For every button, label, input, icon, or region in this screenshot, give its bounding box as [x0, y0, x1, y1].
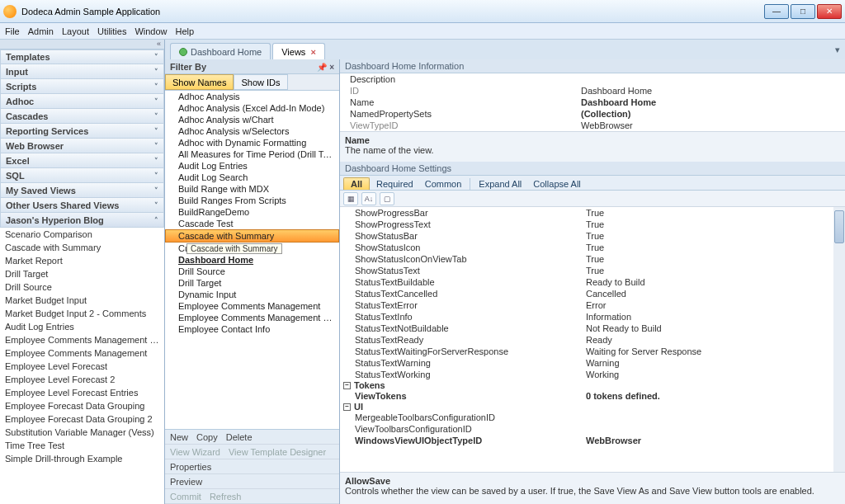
list-item[interactable]: All Measures for Time Period (Drill Targ… [165, 148, 339, 160]
list-item[interactable]: Drill Source [0, 280, 164, 294]
property-row[interactable]: ShowStatusBarTrue [340, 230, 845, 242]
close-panel-icon[interactable]: × [329, 63, 334, 72]
list-item[interactable]: Cascade with Summary [0, 241, 164, 254]
scroll-thumb[interactable] [834, 210, 844, 243]
accordion-item[interactable]: Web Browser˅ [0, 139, 164, 153]
property-row[interactable]: ShowProgressBarTrue [340, 207, 845, 219]
list-item[interactable]: BuildRangeDemo [165, 206, 339, 218]
list-item[interactable]: Employee Contact Info [165, 323, 339, 335]
property-row[interactable]: ViewToolbarsConfigurationID [340, 423, 845, 435]
list-item[interactable]: Adhoc Analysis (Excel Add-In Mode) [165, 102, 339, 114]
cmd-delete[interactable]: Delete [226, 432, 253, 442]
list-item[interactable]: Employee Comments Management [165, 300, 339, 312]
accordion-item[interactable]: Input˅ [0, 64, 164, 79]
tab-dashboard-home[interactable]: Dashboard Home [170, 43, 271, 59]
info-row[interactable]: NamedPropertySets(Collection) [340, 108, 845, 120]
list-item[interactable]: Cascade Test [165, 218, 339, 229]
list-item-current[interactable]: Dashboard Home [165, 254, 339, 266]
cmd-view-wizard[interactable]: View Wizard [170, 447, 220, 457]
list-item[interactable]: Simple Drill-through Example [0, 452, 164, 465]
settings-expand-all[interactable]: Expand All [474, 178, 526, 190]
close-tab-icon[interactable]: × [310, 47, 315, 57]
list-item[interactable]: Build Range with MDX [165, 183, 339, 195]
property-row[interactable]: StatusTextWaitingForServerResponseWaitin… [340, 346, 845, 357]
property-row[interactable]: StatusTextWarningWarning [340, 357, 845, 369]
list-item[interactable]: CustCascade with Summaryn (Advent... [165, 243, 339, 254]
list-item[interactable]: Adhoc with Dynamic Formatting [165, 137, 339, 148]
list-item[interactable]: Market Report [0, 254, 164, 267]
list-item[interactable]: Employee Comments Management (Es... [0, 333, 164, 346]
property-row[interactable]: StatusTextNotBuildableNot Ready to Build [340, 323, 845, 334]
menu-window[interactable]: Window [135, 26, 167, 36]
menu-admin[interactable]: Admin [28, 26, 54, 36]
list-item[interactable]: Employee Forecast Data Grouping 2 [0, 412, 164, 426]
cmd-view-template-designer[interactable]: View Template Designer [229, 447, 326, 457]
accordion-item[interactable]: Cascades˅ [0, 109, 164, 124]
list-item[interactable]: Audit Log Search [165, 172, 339, 183]
property-row[interactable]: ShowStatusIconTrue [340, 242, 845, 253]
property-row[interactable]: StatusTextErrorError [340, 299, 845, 311]
list-item[interactable]: Drill Source [165, 266, 339, 277]
collapse-icon[interactable]: − [343, 382, 351, 389]
accordion-item[interactable]: SQL˅ [0, 168, 164, 183]
accordion-item[interactable]: Reporting Services˅ [0, 124, 164, 139]
menu-file[interactable]: File [5, 26, 20, 36]
accordion-item[interactable]: Excel˅ [0, 153, 164, 168]
settings-collapse-all[interactable]: Collapse All [528, 178, 585, 190]
info-row[interactable]: IDDashboard Home [340, 85, 845, 97]
settings-tab-all[interactable]: All [343, 177, 370, 190]
info-row[interactable]: Description [340, 73, 845, 85]
list-item[interactable]: Market Budget Input 2 - Comments [0, 307, 164, 320]
settings-tab-required[interactable]: Required [371, 178, 418, 190]
list-item[interactable]: Adhoc Analysis [165, 91, 339, 102]
property-category[interactable]: −UI [340, 402, 845, 412]
accordion-item[interactable]: Scripts˅ [0, 79, 164, 94]
accordion-item[interactable]: Adhoc˅ [0, 94, 164, 109]
cmd-copy[interactable]: Copy [196, 432, 218, 442]
cmd-properties[interactable]: Properties [170, 462, 211, 472]
list-item[interactable]: Employee Level Forecast 2 [0, 373, 164, 386]
cmd-commit[interactable]: Commit [170, 492, 201, 502]
minimize-button[interactable]: — [764, 4, 789, 19]
property-row[interactable]: MergeableToolbarsConfigurationID [340, 412, 845, 423]
list-item[interactable]: Time Tree Test [0, 439, 164, 452]
list-item[interactable]: Audit Log Entries [0, 320, 164, 333]
accordion-item[interactable]: Other Users Shared Views˅ [0, 198, 164, 213]
list-item-selected[interactable]: Cascade with Summary [165, 229, 339, 243]
categorize-icon[interactable]: ▦ [343, 192, 358, 205]
property-row[interactable]: ShowProgressTextTrue [340, 219, 845, 230]
property-row[interactable]: StatusTextBuildableReady to Build [340, 276, 845, 288]
list-item[interactable]: Build Ranges From Scripts [165, 195, 339, 206]
property-row[interactable]: WindowsViewUIObjectTypeIDWebBrowser [340, 435, 845, 446]
property-category[interactable]: −Tokens [340, 380, 845, 390]
sort-icon[interactable]: A↓ [361, 192, 376, 205]
property-row[interactable]: StatusTextWorkingWorking [340, 369, 845, 380]
list-item[interactable]: Scenario Comparison [0, 228, 164, 241]
property-row[interactable]: StatusTextCancelledCancelled [340, 288, 845, 299]
menu-help[interactable]: Help [176, 26, 195, 36]
cmd-refresh[interactable]: Refresh [210, 492, 242, 502]
props-icon[interactable]: ▢ [380, 192, 394, 205]
list-item[interactable]: Adhoc Analysis w/Selectors [165, 125, 339, 137]
list-item[interactable]: Audit Log Entries [165, 160, 339, 172]
accordion-open-section[interactable]: Jason's Hyperion Blog ˄ [0, 213, 164, 228]
panel-menu-icon[interactable]: ▾ [835, 45, 840, 55]
toggle-show-names[interactable]: Show Names [165, 74, 234, 90]
list-item[interactable]: Employee Level Forecast Entries [0, 386, 164, 399]
property-row[interactable]: ShowStatusIconOnViewTabTrue [340, 253, 845, 265]
info-row[interactable]: NameDashboard Home [340, 97, 845, 108]
pin-icon[interactable]: 📌 [317, 63, 327, 72]
cmd-new[interactable]: New [170, 432, 188, 442]
list-item[interactable]: Drill Target [0, 267, 164, 280]
menu-utilities[interactable]: Utilities [97, 26, 126, 36]
settings-tab-common[interactable]: Common [420, 178, 467, 190]
scrollbar[interactable] [833, 207, 845, 472]
list-item[interactable]: Substitution Variable Manager (Vess) [0, 426, 164, 439]
list-item[interactable]: Employee Comments Management (Es... [165, 312, 339, 323]
cmd-preview[interactable]: Preview [170, 477, 202, 487]
accordion-item[interactable]: Templates˅ [0, 49, 164, 64]
property-row[interactable]: ViewTokens0 tokens defined. [340, 390, 845, 402]
property-row[interactable]: ShowStatusTextTrue [340, 265, 845, 276]
list-item[interactable]: Employee Forecast Data Grouping [0, 399, 164, 412]
maximize-button[interactable]: □ [791, 4, 815, 19]
